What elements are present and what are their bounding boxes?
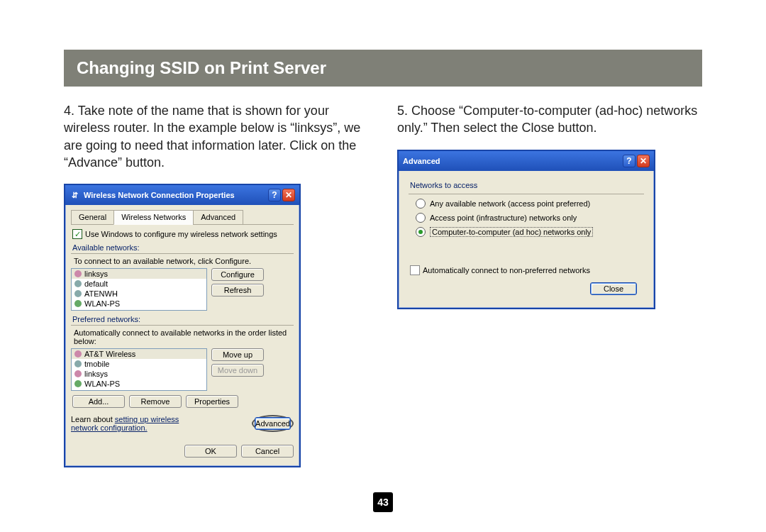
signal-icon [74,370,82,377]
step-4-text: 4. Take note of the name that is shown f… [64,102,369,171]
configure-button[interactable]: Configure [211,268,264,281]
help-icon[interactable]: ? [623,155,635,167]
advanced-highlight-circle: Advanced [252,415,294,432]
dialog-title: Advanced [403,157,440,165]
remove-button[interactable]: Remove [129,395,182,408]
auto-connect-label: Automatically connect to non-preferred n… [423,266,590,275]
network-icon: ⇵ [70,190,79,200]
radio-any-network[interactable]: Any available network (access point pref… [416,199,643,209]
advanced-dialog: Advanced ? ✕ Networks to access Any avai… [397,150,655,309]
move-down-button[interactable]: Move down [211,364,264,377]
advanced-button[interactable]: Advanced [255,417,291,430]
signal-icon [74,350,82,358]
dialog-titlebar[interactable]: Advanced ? ✕ [399,151,654,171]
radio-icon [416,199,426,209]
radio-label: Access point (infrastructure) networks o… [430,214,577,222]
step-5-text: 5. Choose “Computer-to-computer (ad-hoc)… [397,102,702,137]
checkbox-icon: ✓ [410,265,420,275]
tab-general[interactable]: General [71,210,114,225]
tab-strip: General Wireless Networks Advanced [71,209,294,225]
auto-connect-checkbox[interactable]: ✓ Automatically connect to non-preferred… [410,265,643,275]
list-item[interactable]: ATENWH [72,289,206,299]
radio-adhoc[interactable]: Computer-to-computer (ad hoc) networks o… [416,227,643,237]
available-networks-label: Available networks: [72,243,294,252]
close-icon[interactable]: ✕ [282,189,295,201]
radio-label: Computer-to-computer (ad hoc) networks o… [430,227,593,237]
checkmark-icon: ✓ [72,229,82,239]
list-item[interactable]: AT&T Wireless [72,349,206,359]
available-help-text: To connect to an available network, clic… [74,257,294,265]
close-icon[interactable]: ✕ [637,155,650,167]
add-button[interactable]: Add... [72,395,125,408]
radio-icon [416,227,426,237]
move-up-button[interactable]: Move up [211,348,264,361]
list-item[interactable]: WLAN-PS [72,299,206,309]
list-item[interactable]: linksys [72,369,206,379]
radio-label: Any available network (access point pref… [430,199,590,208]
adhoc-icon [74,380,82,387]
wireless-properties-dialog: ⇵ Wireless Network Connection Properties… [64,184,301,467]
preferred-help-text: Automatically connect to available netwo… [74,328,294,345]
refresh-button[interactable]: Refresh [211,284,264,297]
ok-button[interactable]: OK [184,445,237,458]
tab-advanced[interactable]: Advanced [193,210,243,225]
slide-title: Changing SSID on Print Server [64,50,702,87]
preferred-networks-list[interactable]: AT&T Wireless tmobile linksys WLAN-PS [71,348,207,391]
available-networks-list[interactable]: linksys default ATENWH WLAN-PS [71,268,207,311]
list-item[interactable]: linksys [72,269,206,279]
dialog-titlebar[interactable]: ⇵ Wireless Network Connection Properties… [65,185,299,205]
cancel-button[interactable]: Cancel [241,445,294,458]
use-windows-checkbox[interactable]: ✓ Use Windows to configure my wireless n… [72,229,292,239]
close-button[interactable]: Close [590,282,637,295]
radio-icon [416,213,426,223]
properties-button[interactable]: Properties [186,395,238,408]
signal-icon [74,280,82,287]
signal-icon [74,270,82,277]
learn-text: Learn about [71,415,115,423]
preferred-networks-label: Preferred networks: [72,315,294,323]
help-icon[interactable]: ? [268,189,281,201]
dialog-title: Wireless Network Connection Properties [84,191,235,199]
signal-icon [74,360,82,367]
list-item[interactable]: tmobile [72,359,206,369]
tab-wireless-networks[interactable]: Wireless Networks [113,210,194,225]
networks-to-access-label: Networks to access [410,181,644,189]
list-item[interactable]: WLAN-PS [72,379,206,389]
page-number: 43 [373,492,393,512]
use-windows-label: Use Windows to configure my wireless net… [85,230,277,238]
radio-access-point[interactable]: Access point (infrastructure) networks o… [416,213,643,223]
adhoc-icon [74,300,82,307]
list-item[interactable]: default [72,279,206,289]
signal-icon [74,290,82,297]
